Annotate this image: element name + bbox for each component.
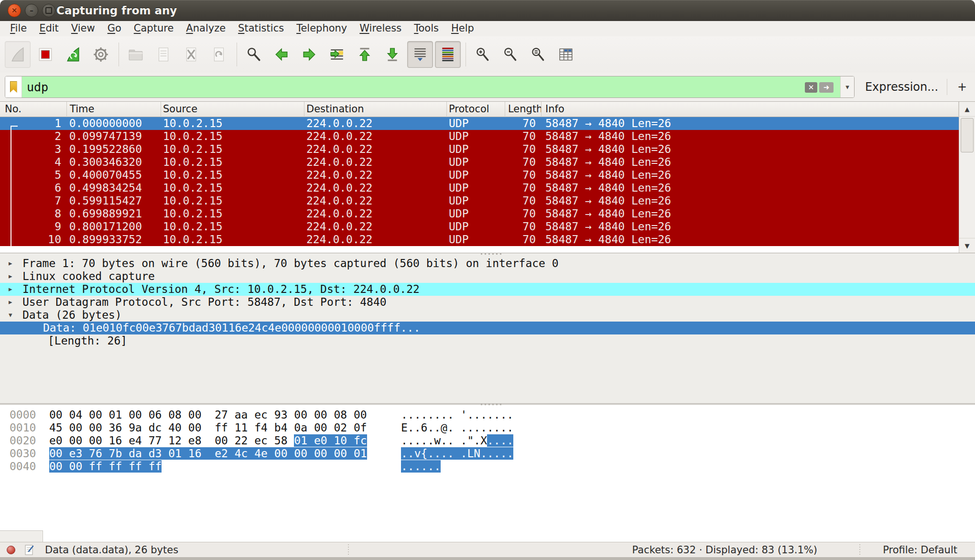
column-header-source[interactable]: Source	[161, 102, 304, 117]
menu-bar: FileEditViewGoCaptureAnalyzeStatisticsTe…	[0, 21, 975, 36]
open-file-button[interactable]	[123, 41, 149, 68]
menu-analyze[interactable]: Analyze	[180, 21, 232, 36]
minimize-button[interactable]: –	[25, 4, 38, 17]
add-filter-button[interactable]: +	[954, 80, 970, 94]
packet-row[interactable]: 60.49983425410.0.2.15224.0.0.22UDP705848…	[0, 182, 959, 194]
cell-time: 0.599115427	[67, 194, 161, 207]
clear-filter-icon[interactable]: ✕	[805, 82, 817, 93]
hex-row[interactable]: 003000 e3 76 7b da d3 01 16 e2 4c 4e 00 …	[0, 447, 975, 460]
cell-dst: 224.0.0.22	[304, 156, 447, 169]
menu-help[interactable]: Help	[445, 21, 480, 36]
scroll-down-arrow-icon[interactable]: ▼	[959, 238, 975, 253]
packet-row[interactable]: 70.59911542710.0.2.15224.0.0.22UDP705848…	[0, 194, 959, 207]
expression-button[interactable]: Expression...	[865, 80, 938, 94]
pane-splitter-grip[interactable]	[481, 403, 502, 405]
packet-row[interactable]: 80.69988992110.0.2.15224.0.0.22UDP705848…	[0, 207, 959, 220]
expander-closed-icon[interactable]: ▸	[9, 296, 12, 309]
pane-splitter-grip[interactable]	[481, 253, 502, 255]
apply-filter-icon[interactable]: ➜	[819, 82, 834, 93]
packet-list-scrollbar[interactable]: ▲ ▼	[959, 102, 975, 253]
hex-offset: 0030	[10, 447, 36, 460]
packet-row[interactable]: 40.30034632010.0.2.15224.0.0.22UDP705848…	[0, 156, 959, 169]
detail-row[interactable]: Data: 01e010fc00e3767bdad30116e24c4e0000…	[0, 322, 975, 334]
restart-capture-button[interactable]	[60, 41, 86, 68]
detail-row[interactable]: [Length: 26]	[0, 334, 975, 347]
menu-view[interactable]: View	[65, 21, 101, 36]
close-file-button[interactable]	[178, 41, 204, 68]
filter-bar: udp ✕ ➜ ▾ Expression... +	[0, 73, 975, 101]
hex-ascii: ..v{.... .LN.....	[401, 447, 513, 460]
expander-closed-icon[interactable]: ▸	[9, 257, 12, 270]
go-to-packet-button[interactable]	[324, 41, 350, 68]
filter-history-caret[interactable]: ▾	[840, 76, 854, 97]
zoom-original-button[interactable]	[525, 41, 551, 68]
display-filter-input[interactable]: udp ✕ ➜ ▾	[5, 76, 855, 98]
reload-file-button[interactable]	[206, 41, 232, 68]
hex-row[interactable]: 0020e0 00 00 16 e4 77 12 e8 00 22 ec 58 …	[0, 434, 975, 447]
save-file-button[interactable]	[151, 41, 176, 68]
find-packet-button[interactable]	[241, 41, 267, 68]
cell-info: 58487 → 4840 Len=26	[542, 169, 959, 182]
auto-scroll-button[interactable]	[407, 41, 433, 68]
packet-row[interactable]: 50.40007045510.0.2.15224.0.0.22UDP705848…	[0, 169, 959, 182]
packet-row[interactable]: 30.19952286010.0.2.15224.0.0.22UDP705848…	[0, 143, 959, 156]
expert-info-icon[interactable]	[7, 546, 15, 554]
column-header-destination[interactable]: Destination	[304, 102, 447, 117]
hex-ascii: ........ '.......	[401, 409, 513, 421]
expander-open-icon[interactable]: ▾	[9, 309, 12, 322]
filter-entry[interactable]: udp ✕ ➜	[22, 76, 840, 97]
menu-edit[interactable]: Edit	[33, 21, 65, 36]
colorize-button[interactable]	[435, 41, 461, 68]
detail-row[interactable]: ▸User Datagram Protocol, Src Port: 58487…	[0, 296, 975, 309]
cell-src: 10.0.2.15	[161, 143, 304, 156]
start-capture-button[interactable]	[5, 41, 31, 68]
hex-row[interactable]: 004000 00 ff ff ff ff......	[0, 460, 975, 473]
menu-go[interactable]: Go	[101, 21, 128, 36]
cell-dst: 224.0.0.22	[304, 233, 447, 246]
menu-capture[interactable]: Capture	[128, 21, 180, 36]
expander-closed-icon[interactable]: ▸	[9, 283, 12, 296]
scroll-up-arrow-icon[interactable]: ▲	[959, 102, 975, 117]
column-header-length[interactable]: Length	[505, 102, 542, 117]
menu-tools[interactable]: Tools	[408, 21, 445, 36]
detail-row[interactable]: ▸Internet Protocol Version 4, Src: 10.0.…	[0, 283, 975, 296]
scrollbar-thumb[interactable]	[961, 118, 974, 152]
expander-closed-icon[interactable]: ▸	[9, 270, 12, 283]
maximize-button[interactable]	[42, 4, 55, 17]
hex-row[interactable]: 000000 04 00 01 00 06 08 00 27 aa ec 93 …	[0, 409, 975, 421]
cell-dst: 224.0.0.22	[304, 117, 447, 130]
detail-row[interactable]: ▸Frame 1: 70 bytes on wire (560 bits), 7…	[0, 257, 975, 270]
menu-telephony[interactable]: Telephony	[290, 21, 353, 36]
menu-wireless[interactable]: Wireless	[353, 21, 408, 36]
detail-row[interactable]: ▾Data (26 bytes)	[0, 309, 975, 322]
column-header-protocol[interactable]: Protocol	[447, 102, 505, 117]
cell-dst: 224.0.0.22	[304, 169, 447, 182]
capture-options-button[interactable]	[88, 41, 114, 68]
menu-file[interactable]: File	[4, 21, 33, 36]
packet-row[interactable]: 20.09974713910.0.2.15224.0.0.22UDP705848…	[0, 130, 959, 143]
column-header-info[interactable]: Info	[542, 102, 959, 117]
resize-columns-button[interactable]	[553, 41, 579, 68]
wireshark-window: ✕ – Capturing from any FileEditViewGoCap…	[0, 0, 975, 560]
hex-row[interactable]: 001045 00 00 36 9a dc 40 00 ff 11 f4 b4 …	[0, 421, 975, 434]
menu-statistics[interactable]: Statistics	[232, 21, 290, 36]
status-profile[interactable]: Profile: Default	[883, 544, 957, 556]
zoom-out-button[interactable]	[498, 41, 523, 68]
zoom-in-button[interactable]	[470, 41, 496, 68]
column-header-time[interactable]: Time	[67, 102, 161, 117]
packet-row[interactable]: 10.00000000010.0.2.15224.0.0.22UDP705848…	[0, 117, 959, 130]
hex-bytes-selected: 00 e3 76 7b da d3 01 16 e2 4c 4e 00 00 0…	[49, 447, 367, 460]
packet-row[interactable]: 90.80017120010.0.2.15224.0.0.22UDP705848…	[0, 220, 959, 233]
close-button[interactable]: ✕	[8, 4, 21, 17]
stop-capture-button[interactable]	[32, 41, 58, 68]
detail-row[interactable]: ▸Linux cooked capture	[0, 270, 975, 283]
packet-row[interactable]: 100.89993375210.0.2.15224.0.0.22UDP70584…	[0, 233, 959, 246]
status-field-info: Data (data.data), 26 bytes	[45, 544, 178, 556]
capture-comment-icon[interactable]	[25, 545, 34, 555]
go-first-packet-button[interactable]	[352, 41, 378, 68]
go-forward-button[interactable]	[296, 41, 322, 68]
filter-bookmark-button[interactable]	[5, 76, 22, 97]
go-last-packet-button[interactable]	[379, 41, 405, 68]
go-back-button[interactable]	[269, 41, 294, 68]
column-header-no[interactable]: No.	[0, 102, 67, 117]
